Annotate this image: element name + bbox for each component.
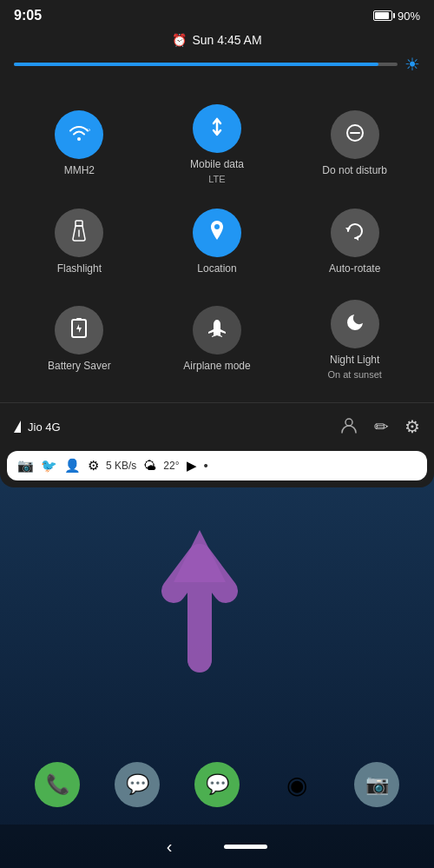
nightlight-icon	[345, 312, 365, 336]
battery-body	[373, 10, 392, 21]
tile-mobiledata[interactable]: Mobile data LTE	[148, 92, 286, 196]
notif-dot: •	[204, 458, 208, 473]
quick-settings-panel: 9:05 90% ⏰ Sun 4:45 AM ☀	[0, 0, 434, 487]
clock-row: ⏰ Sun 4:45 AM	[0, 28, 434, 50]
panel-divider	[0, 402, 434, 403]
phone-icon: 📞	[46, 773, 69, 796]
tile-autorotate[interactable]: Auto-rotate	[286, 196, 424, 288]
notif-bandwidth: 5 KB/s	[106, 460, 136, 472]
camera-icon: 📷	[365, 773, 389, 796]
alarm-icon: ⏰	[172, 33, 187, 47]
tile-flashlight-circle	[55, 209, 103, 257]
battery-percent: 90%	[398, 10, 420, 23]
status-icons: 90%	[373, 10, 420, 23]
brightness-fill	[14, 63, 378, 66]
battery-fill	[375, 12, 389, 19]
home-dock: 📞 💬 💬 ◉ 📷	[0, 753, 434, 816]
clock-datetime: Sun 4:45 AM	[192, 33, 261, 47]
notif-bar: 📷 🐦 👤 ⚙ 5 KB/s 🌤 22° ▶ •	[7, 451, 427, 480]
dnd-icon	[345, 123, 365, 147]
tile-location[interactable]: Location	[148, 196, 286, 288]
nav-home-pill[interactable]	[224, 845, 267, 849]
svg-point-8	[345, 419, 352, 426]
edit-icon[interactable]: ✏	[374, 416, 389, 437]
tile-airplane-circle	[193, 306, 241, 354]
dock-camera[interactable]: 📷	[354, 762, 399, 807]
tile-nightlight-sublabel: On at sunset	[327, 369, 381, 380]
status-bar: 9:05 90%	[0, 0, 434, 28]
tile-dnd[interactable]: Do not disturb	[286, 92, 424, 196]
notif-icon-instagram: 📷	[17, 458, 34, 474]
dock-phone[interactable]: 📞	[35, 762, 80, 807]
airplane-icon	[206, 317, 228, 343]
brightness-slider[interactable]	[14, 63, 398, 66]
svg-rect-7	[76, 318, 82, 321]
tile-mobiledata-label: Mobile data	[190, 158, 244, 172]
bottom-actions: ✏ ⚙	[339, 415, 420, 439]
svg-rect-3	[76, 221, 82, 226]
nav-bar: ‹	[0, 825, 434, 868]
tile-dnd-label: Do not disturb	[322, 164, 387, 178]
tile-autorotate-label: Auto-rotate	[329, 262, 380, 276]
tile-batterysaver-label: Battery Saver	[48, 360, 111, 374]
carrier-name: Jio 4G	[28, 421, 61, 434]
chrome-icon: ◉	[286, 771, 307, 799]
flashlight-icon	[70, 220, 88, 246]
whatsapp-icon: 💬	[206, 773, 229, 796]
tile-airplane-label: Airplane mode	[183, 360, 250, 374]
dock-chrome[interactable]: ◉	[274, 762, 319, 807]
signal-info: Jio 4G	[14, 421, 61, 434]
user-icon[interactable]	[339, 415, 358, 439]
nav-back-icon[interactable]: ‹	[167, 837, 173, 857]
notif-icon-music: ▶	[187, 458, 197, 474]
notif-icon-weather: 🌤	[143, 458, 156, 473]
tile-location-circle	[193, 209, 241, 257]
location-icon	[208, 220, 226, 246]
brightness-icon: ☀	[404, 54, 420, 75]
dock-whatsapp[interactable]: 💬	[194, 762, 240, 807]
tile-flashlight-label: Flashlight	[57, 262, 102, 276]
bottom-bar: Jio 4G ✏ ⚙	[0, 407, 434, 447]
battery-icon	[373, 10, 392, 21]
tiles-grid: ‹› MMH2 Mobile data LTE	[0, 85, 434, 399]
tile-airplane[interactable]: Airplane mode	[148, 288, 286, 392]
settings-icon[interactable]: ⚙	[404, 416, 420, 437]
tile-wifi-circle: ‹›	[55, 110, 103, 159]
tile-batterysaver[interactable]: Battery Saver	[10, 288, 148, 392]
status-time: 9:05	[14, 8, 42, 23]
tile-autorotate-circle	[331, 209, 379, 257]
tile-location-label: Location	[197, 262, 236, 276]
notif-icon-settings: ⚙	[88, 458, 99, 474]
tile-nightlight-label: Night Light	[330, 354, 379, 368]
messages-icon: 💬	[126, 773, 149, 796]
tile-nightlight-circle	[331, 300, 379, 348]
tile-wifi-label: MMH2	[64, 164, 95, 178]
notif-icon-twitter: 🐦	[41, 458, 57, 474]
tile-batterysaver-circle	[55, 306, 103, 354]
batterysaver-icon	[69, 317, 89, 343]
tile-mobiledata-sublabel: LTE	[208, 174, 225, 184]
tile-wifi[interactable]: ‹› MMH2	[10, 92, 148, 196]
tile-flashlight[interactable]: Flashlight	[10, 196, 148, 288]
dock-messages[interactable]: 💬	[115, 762, 160, 807]
brightness-row[interactable]: ☀	[0, 50, 434, 85]
svg-point-5	[214, 224, 220, 229]
signal-triangle-icon	[14, 421, 21, 433]
notif-icon-user: 👤	[64, 458, 81, 474]
autorotate-icon	[344, 220, 366, 246]
wifi-icon: ‹›	[68, 123, 90, 146]
notif-temp: 22°	[163, 460, 179, 472]
tile-nightlight[interactable]: Night Light On at sunset	[286, 288, 424, 392]
tile-mobiledata-circle	[193, 104, 241, 153]
tile-dnd-circle	[331, 110, 379, 159]
svg-text:‹›: ‹›	[86, 126, 90, 134]
mobiledata-icon	[207, 116, 227, 141]
